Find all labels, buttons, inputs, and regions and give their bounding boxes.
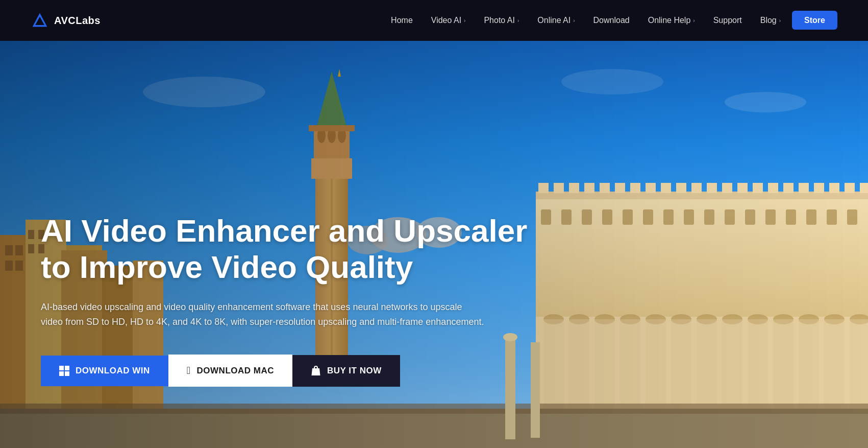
navbar: AVCLabs Home Video AI › Photo AI › Onlin… [0, 0, 868, 41]
nav-link-online-help[interactable]: Online Help › [641, 12, 702, 29]
chevron-down-icon: › [779, 18, 781, 23]
brand-logo-link[interactable]: AVCLabs [31, 11, 101, 30]
svg-rect-109 [65, 371, 69, 376]
nav-item-online-ai: Online AI › [530, 12, 582, 29]
chevron-down-icon: › [573, 18, 575, 23]
nav-item-support: Support [706, 12, 749, 29]
chevron-down-icon: › [693, 18, 695, 23]
nav-item-store: Store [792, 16, 837, 25]
windows-icon [59, 366, 69, 376]
store-button[interactable]: Store [792, 11, 837, 30]
nav-item-photo-ai: Photo AI › [477, 12, 526, 29]
hero-subtitle: AI-based video upscaling and video quali… [41, 300, 485, 330]
nav-link-support[interactable]: Support [706, 12, 749, 29]
nav-item-video-ai: Video AI › [424, 12, 473, 29]
nav-item-home: Home [384, 12, 420, 29]
nav-link-blog[interactable]: Blog › [753, 12, 788, 29]
svg-rect-108 [59, 371, 64, 376]
nav-item-online-help: Online Help › [641, 12, 702, 29]
hero-buttons: DOWNLOAD WIN  DOWNLOAD MAC BUY IT NOW [41, 355, 527, 387]
navbar-nav: Home Video AI › Photo AI › Online AI › D… [384, 12, 837, 29]
buy-now-button[interactable]: BUY IT NOW [292, 355, 400, 387]
apple-icon:  [187, 365, 191, 376]
svg-rect-106 [59, 366, 64, 370]
avclabs-logo-icon [31, 11, 49, 30]
nav-link-home[interactable]: Home [384, 12, 420, 29]
hero-content: AI Video Enhancer and Upscaler to Improv… [41, 213, 527, 387]
nav-item-download: Download [586, 12, 637, 29]
nav-link-video-ai[interactable]: Video AI › [424, 12, 473, 29]
chevron-down-icon: › [464, 18, 465, 23]
nav-link-photo-ai[interactable]: Photo AI › [477, 12, 526, 29]
shopping-bag-icon [311, 365, 321, 376]
brand-name: AVCLabs [54, 15, 101, 27]
hero-section: AI Video Enhancer and Upscaler to Improv… [0, 41, 868, 448]
svg-rect-107 [65, 366, 69, 370]
download-win-button[interactable]: DOWNLOAD WIN [41, 356, 168, 386]
download-mac-button[interactable]:  DOWNLOAD MAC [168, 355, 292, 387]
nav-link-online-ai[interactable]: Online AI › [530, 12, 582, 29]
nav-link-download[interactable]: Download [586, 12, 637, 29]
hero-title: AI Video Enhancer and Upscaler to Improv… [41, 213, 527, 286]
chevron-down-icon: › [517, 18, 519, 23]
nav-item-blog: Blog › [753, 12, 788, 29]
